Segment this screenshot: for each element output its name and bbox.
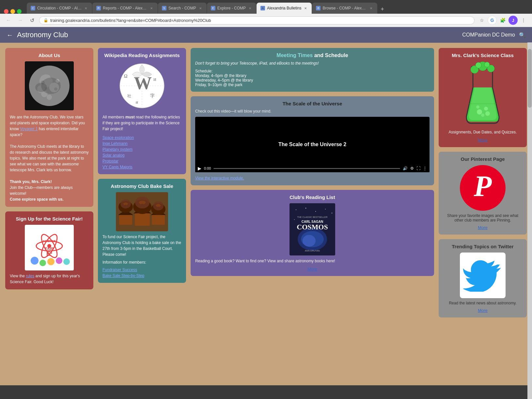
fundraiser-success-link[interactable]: Fundraiser Success [102, 268, 137, 272]
user-avatar[interactable]: J [509, 16, 518, 25]
address-bar: ← → ↺ 🔒 training.goalexandria.com/bullet… [0, 14, 532, 27]
new-tab-button[interactable]: + [378, 5, 387, 14]
tab-close-search[interactable]: ✕ [198, 6, 203, 10]
bake-sale-steps-link[interactable]: Bake Sale Step-by-Step [102, 273, 144, 278]
clark-more-link[interactable]: More [443, 138, 522, 143]
app-title: Astronomy Club [17, 31, 68, 39]
bake-sale-info: Information for members: [102, 259, 181, 265]
link-protostar[interactable]: Protostar [102, 159, 118, 163]
wikipedia-globe: W Ω И 社 字 अ [117, 61, 166, 110]
svg-point-25 [63, 258, 70, 265]
back-button[interactable]: ← [4, 16, 13, 25]
forward-button[interactable]: → [16, 16, 25, 25]
tab-favicon-5: A [260, 6, 265, 10]
refresh-button[interactable]: ↺ [27, 16, 37, 25]
video-player[interactable]: The Scale of the Universe 2 ▶ 0:00 🔊 ⚙ ⛶… [195, 117, 430, 172]
svg-text:COSMOS: COSMOS [297, 223, 328, 231]
svg-text:W: W [134, 73, 152, 93]
svg-point-52 [294, 219, 295, 220]
link-planetary-system[interactable]: Planetary system [102, 147, 133, 152]
play-button[interactable]: ▶ [198, 166, 201, 171]
svg-rect-43 [152, 215, 165, 225]
more-options-icon[interactable]: ⋮ [423, 166, 427, 171]
volume-icon[interactable]: 🔊 [403, 166, 408, 171]
link-vy-canis[interactable]: VY Canis Majoris [102, 165, 133, 169]
bake-sale-links: Fundraiser Success Bake Sale Step-by-Ste… [102, 267, 181, 278]
meeting-card: Meeting Times and Schedule Don't forget … [191, 48, 434, 92]
minimize-button[interactable] [10, 9, 15, 14]
star-icon[interactable]: ☆ [477, 16, 486, 25]
traffic-lights [0, 7, 25, 14]
tab-close-reports[interactable]: ✕ [149, 6, 154, 10]
scrollbar[interactable] [527, 42, 532, 399]
meeting-title-rest: and Schedule [313, 53, 348, 58]
voyager-link[interactable]: Voyager 1 [20, 127, 38, 131]
clark-card: Mrs. Clark's Science Class [439, 48, 527, 147]
tab-browse[interactable]: B Browse - COMP - Alexandria... ✕ [312, 3, 377, 14]
reading-list-card: Club's Reading List THE CLASSIC [191, 190, 434, 276]
maximize-button[interactable] [17, 9, 22, 14]
rules-link[interactable]: rules [26, 274, 34, 278]
clark-body: Assignments, Due Dates, and Quizzes. [443, 129, 522, 135]
tab-explore[interactable]: E Explore - COMP ✕ [207, 3, 256, 14]
pinterest-card: Our Pinterest Page P Share your favorite… [439, 152, 527, 235]
extensions-icon[interactable]: 🧩 [498, 16, 507, 25]
google-account-icon[interactable]: G [488, 16, 497, 25]
pinterest-more-link[interactable]: More [443, 225, 522, 230]
tab-favicon-6: B [316, 6, 321, 10]
scroll-thumb[interactable] [528, 49, 532, 108]
reading-list-title: Club's Reading List [195, 194, 430, 200]
app-header: ← Astronomy Club COMPanion DC Demo 🔍 [0, 27, 532, 43]
menu-icon[interactable]: ⋮ [519, 16, 528, 25]
cupcake-image [116, 192, 168, 231]
scale-description: Check out this video—it will blow your m… [195, 109, 430, 114]
tab-close-circulation[interactable]: ✕ [84, 6, 88, 10]
svg-text:अ: अ [135, 100, 138, 104]
app-back-button[interactable]: ← [7, 31, 13, 39]
header-search-icon[interactable]: 🔍 [519, 32, 525, 38]
scale-card: The Scale of the Universe Check out this… [191, 96, 434, 185]
svg-text:SCIENCE: SCIENCE [43, 239, 56, 243]
svg-text:И: И [153, 77, 156, 82]
svg-text:THE CLASSIC BESTSELLER: THE CLASSIC BESTSELLER [297, 216, 328, 218]
fullscreen-button[interactable]: ⛶ [416, 166, 420, 171]
pinterest-title: Our Pinterest Page [443, 156, 522, 162]
interactive-module-link[interactable]: View the interactive module. [195, 176, 244, 180]
link-inge-lehmann[interactable]: Inge Lehmann [102, 141, 128, 146]
svg-point-62 [477, 109, 482, 115]
tab-search[interactable]: S Search - COMP ✕ [158, 3, 207, 14]
twitter-more-link[interactable]: More [443, 308, 522, 313]
svg-point-63 [484, 107, 488, 111]
settings-icon[interactable]: ⚙ [410, 166, 414, 171]
wikipedia-text: All members must read the following arti… [102, 114, 181, 132]
progress-bar[interactable] [213, 168, 400, 169]
link-space-exploration[interactable]: Space exploration [102, 135, 134, 140]
tab-favicon: C [31, 6, 35, 10]
svg-rect-40 [135, 213, 150, 226]
close-button[interactable] [4, 9, 8, 14]
link-solar-analog[interactable]: Solar analog [102, 153, 124, 158]
svg-point-49 [315, 211, 316, 212]
tab-reports[interactable]: R Reports - COMP - Alexandri... ✕ [92, 3, 158, 14]
meeting-reminder: Don't forget to bring your Telescope, iP… [195, 61, 430, 66]
svg-point-51 [332, 213, 333, 214]
svg-point-8 [34, 79, 39, 83]
meeting-header: Meeting Times and Schedule [195, 53, 430, 58]
tab-close-explore[interactable]: ✕ [248, 6, 252, 10]
tab-close-browse[interactable]: ✕ [369, 6, 373, 10]
video-time: 0:00 [204, 166, 211, 170]
video-title: The Scale of the Universe 2 [278, 142, 346, 147]
reading-list-more-link[interactable]: More [195, 267, 430, 271]
tab-close-bulletins[interactable]: ✕ [303, 6, 308, 10]
lock-icon: 🔒 [43, 18, 48, 23]
tab-title-reports: Reports - COMP - Alexandri... [103, 6, 147, 10]
tab-circulation[interactable]: C Circulation - COMP - Alexa... ✕ [27, 3, 92, 14]
twitter-body: Read the latest news about astronomy. [443, 301, 522, 305]
tab-bulletins[interactable]: A Alexandria Bulletins ✕ [257, 3, 312, 14]
svg-point-66 [476, 105, 479, 109]
svg-text:Ω: Ω [124, 74, 127, 79]
companion-label: COMPanion DC Demo [462, 32, 515, 38]
tab-title-bulletins: Alexandria Bulletins [267, 6, 301, 10]
pinterest-body: Share your favorite images and see what … [443, 213, 522, 223]
url-bar[interactable]: 🔒 training.goalexandria.com/bulletins?la… [39, 16, 475, 24]
